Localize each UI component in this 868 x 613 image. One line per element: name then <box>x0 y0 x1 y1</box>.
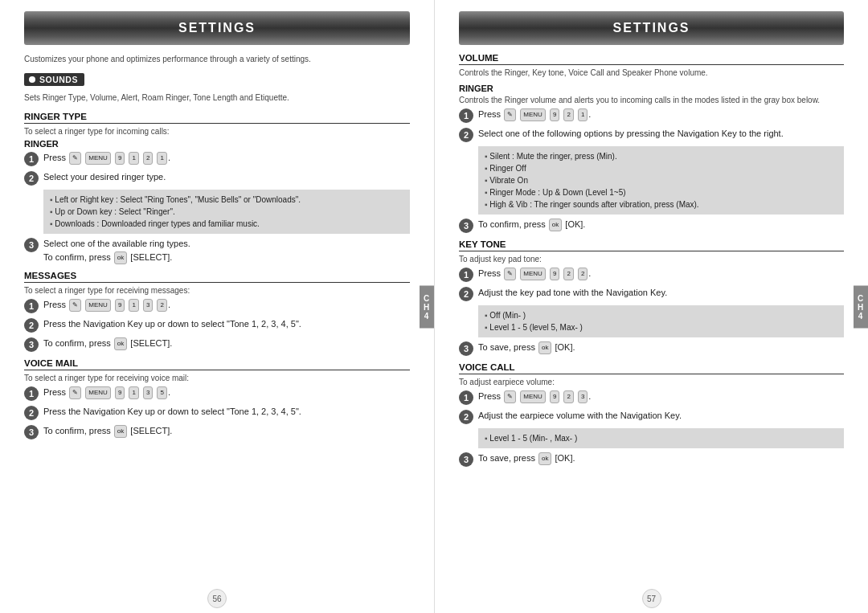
step-text-kt-1: Press ✎ MENU 9 2 2. <box>478 267 591 280</box>
right-settings-header: SETTINGS <box>459 11 844 45</box>
step-3-msg: 3 To confirm, press ok [SELECT]. <box>24 337 410 352</box>
vc-list: Level 1 - 5 (Min- , Max- ) <box>485 432 837 444</box>
step-num-vc-1: 1 <box>459 390 473 405</box>
info-item-2: Up or Down key : Select "Ringer". <box>50 206 403 218</box>
key-9-vm: 9 <box>115 386 125 399</box>
voicemail-label: To select a ringer type for receiving vo… <box>24 374 410 382</box>
left-settings-header: SETTINGS <box>24 11 410 45</box>
step-3-ringer: 3 Select one of the available ring types… <box>24 237 410 264</box>
select-key-msg: ok <box>114 337 127 350</box>
right-side-tab: C H 4 <box>854 285 868 328</box>
key-vc-2: 2 <box>563 390 573 403</box>
ringer-info-list: Left or Right key : Select "Ring Tones",… <box>50 194 403 230</box>
step-num-r-2: 2 <box>459 128 473 142</box>
step-3-kt: 3 To save, press ok [OK]. <box>459 341 844 356</box>
vc-info: Level 1 - 5 (Min- , Max- ) <box>478 428 844 448</box>
keytone-label: To adjust key pad tone: <box>459 255 844 264</box>
step-2-r-ringer: 2 Select one of the following options by… <box>459 127 844 142</box>
key-1a: 1 <box>129 152 138 165</box>
step-text-vc-3: To save, press ok [OK]. <box>478 452 575 465</box>
key-2a: 2 <box>143 152 153 165</box>
info-vc-1: Level 1 - 5 (Min- , Max- ) <box>485 432 837 444</box>
step-text-1: Press ✎ MENU 9 1 2 1. <box>43 151 170 165</box>
key-kt-menu: MENU <box>520 268 546 280</box>
menu-key-vm: ✎ <box>69 386 81 399</box>
step-1-r-ringer: 1 Press ✎ MENU 9 2 1. <box>459 108 844 123</box>
step-2-vm: 2 Press the Navigation Key up or down to… <box>24 405 410 420</box>
step-text-kt-2: Adjust the key pad tone with the Navigat… <box>478 286 667 300</box>
info-r-3: Vibrate On <box>485 174 837 186</box>
key-r-2: 2 <box>563 108 573 121</box>
key-9: 9 <box>115 152 125 165</box>
info-r-5: High & Vib : The ringer sounds after vib… <box>485 198 837 210</box>
step-3-vc: 3 To save, press ok [OK]. <box>459 452 844 467</box>
info-kt-2: Level 1 - 5 (level 5, Max- ) <box>485 321 837 333</box>
left-page-num: 56 <box>0 584 434 613</box>
key-kt-2b: 2 <box>578 268 588 280</box>
volume-label: Controls the Ringer, Key tone, Voice Cal… <box>459 68 844 77</box>
menu-key-msg: ✎ <box>69 299 81 312</box>
ok-key-kt: ok <box>538 341 551 354</box>
key-1-msg: 1 <box>129 299 138 312</box>
step-text-msg-3: To confirm, press ok [SELECT]. <box>43 337 172 350</box>
step-text-vm-1: Press ✎ MENU 9 1 3 5. <box>43 386 170 399</box>
step-3-r-ringer: 3 To confirm, press ok [OK]. <box>459 218 844 233</box>
step-num-kt-2: 2 <box>459 287 473 301</box>
step-text-vm-2: Press the Navigation Key up or down to s… <box>43 405 301 419</box>
select-key-vm: ok <box>114 425 127 438</box>
ringer-sub-title: RINGER <box>24 139 410 149</box>
ok-key: ok <box>114 251 127 264</box>
step-text-msg-2: Press the Navigation Key up or down to s… <box>43 317 301 331</box>
step-num-3: 3 <box>24 238 39 252</box>
step-text-vm-3: To confirm, press ok [SELECT]. <box>43 424 172 438</box>
step-text-kt-3: To save, press ok [OK]. <box>478 341 575 354</box>
step-num-vc-3: 3 <box>459 452 473 467</box>
keytone-info: Off (Min- ) Level 1 - 5 (level 5, Max- ) <box>478 305 844 337</box>
step-num-msg-2: 2 <box>24 318 39 333</box>
step-1-msg: 1 Press ✎ MENU 9 1 3 2. <box>24 298 410 313</box>
ok-key-r: ok <box>549 219 562 231</box>
key-vc-3: 3 <box>578 390 588 403</box>
info-item-1: Left or Right key : Select "Ring Tones",… <box>50 194 403 206</box>
key-1-vm: 1 <box>129 386 138 399</box>
step-2-kt: 2 Adjust the key pad tone with the Navig… <box>459 286 844 301</box>
right-content: VOLUME Controls the Ringer, Key tone, Vo… <box>435 45 868 584</box>
voicemail-title: VOICE MAIL <box>24 358 410 370</box>
key-9-msg: 9 <box>115 299 125 312</box>
step-text-2: Select your desired ringer type. <box>43 170 166 184</box>
messages-label: To select a ringer type for receiving me… <box>24 286 410 295</box>
sounds-sets-text: Sets Ringer Type, Volume, Alert, Roam Ri… <box>24 92 410 104</box>
step-text-3: Select one of the available ring types. … <box>43 237 190 264</box>
info-r-2: Ringer Off <box>485 162 837 174</box>
info-r-4: Ringer Mode : Up & Down (Level 1~5) <box>485 186 837 198</box>
right-page-num: 57 <box>435 584 868 613</box>
info-item-3: Downloads : Downloaded ringer types and … <box>50 218 403 230</box>
ringer-title: RINGER <box>459 84 844 93</box>
info-r-1: Silent : Mute the ringer, press (Min). <box>485 150 837 162</box>
step-num-vm-1: 1 <box>24 386 39 401</box>
step-1-vc: 1 Press ✎ MENU 9 2 3. <box>459 390 844 405</box>
key-vc-icon: ✎ <box>504 390 516 403</box>
ringer-type-label: To select a ringer type for incoming cal… <box>24 127 410 136</box>
keytone-title: KEY TONE <box>459 239 844 251</box>
key-r-1: 1 <box>578 108 588 121</box>
keytone-list: Off (Min- ) Level 1 - 5 (level 5, Max- ) <box>485 309 837 333</box>
key-menu-vm: MENU <box>85 386 111 399</box>
step-2-vc: 2 Adjust the earpiece volume with the Na… <box>459 409 844 424</box>
key-menu: MENU <box>85 152 111 165</box>
step-num-r-1: 1 <box>459 108 473 123</box>
step-num-kt-3: 3 <box>459 341 473 356</box>
step-1-ringer: 1 Press ✎ MENU 9 1 2 1. <box>24 151 410 166</box>
key-kt-9: 9 <box>550 268 559 280</box>
step-num-kt-1: 1 <box>459 268 473 282</box>
key-kt-icon: ✎ <box>504 268 516 280</box>
key-2-msg: 2 <box>157 299 166 312</box>
menu-key: ✎ <box>69 152 81 165</box>
key-r-9: 9 <box>550 108 559 121</box>
step-num-msg-3: 3 <box>24 337 39 352</box>
voicecall-title: VOICE CALL <box>459 362 844 374</box>
volume-title: VOLUME <box>459 53 844 65</box>
step-num-vm-2: 2 <box>24 406 39 420</box>
step-text-msg-1: Press ✎ MENU 9 1 3 2. <box>43 298 170 312</box>
sounds-dot <box>29 76 35 83</box>
